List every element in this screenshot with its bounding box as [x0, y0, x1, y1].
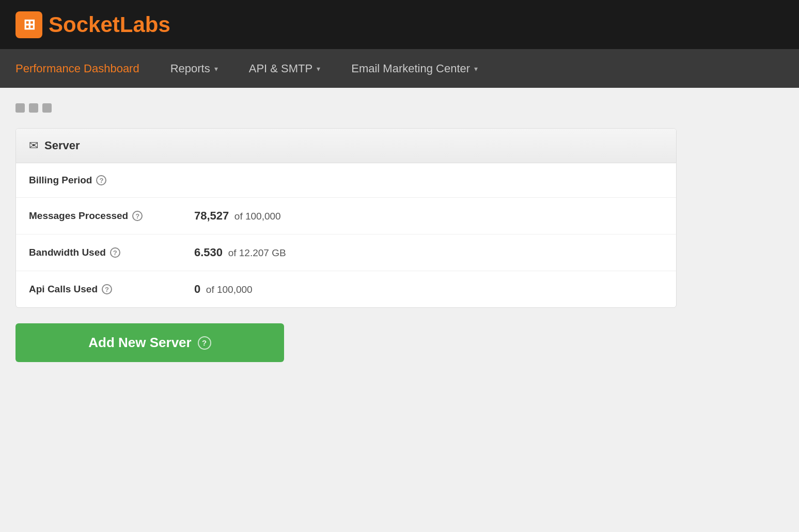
billing-period-text: Billing Period	[29, 175, 92, 186]
nav-label: Performance Dashboard	[15, 62, 139, 75]
main-content: ✉ Server Billing Period ? Messages Proce…	[0, 88, 799, 378]
billing-period-label: Billing Period ?	[29, 175, 194, 186]
nav-item-email-marketing-center[interactable]: Email Marketing Center ▾	[336, 49, 493, 88]
nav-item-performance-dashboard[interactable]: Performance Dashboard	[0, 49, 155, 88]
api-calls-used-value: 0 of 100,000	[194, 283, 253, 296]
messages-processed-text: Messages Processed	[29, 210, 128, 222]
messages-processed-value: 78,527 of 100,000	[194, 209, 281, 223]
messages-processed-label: Messages Processed ?	[29, 210, 194, 222]
logo-text-orange: Labs	[120, 12, 170, 37]
server-card-title: Server	[44, 139, 80, 152]
logo-text-white: Socket	[49, 12, 120, 37]
billing-period-row: Billing Period ?	[16, 163, 676, 198]
messages-processed-number: 78,527	[194, 209, 229, 222]
api-calls-used-number: 0	[194, 283, 200, 295]
server-card-body: Billing Period ? Messages Processed ? 78…	[16, 163, 676, 307]
nav-bar: Performance Dashboard Reports ▾ API & SM…	[0, 49, 799, 88]
bandwidth-used-value: 6.530 of 12.207 GB	[194, 246, 286, 259]
messages-processed-suffix: of 100,000	[234, 211, 281, 222]
api-calls-used-row: Api Calls Used ? 0 of 100,000	[16, 271, 676, 307]
api-calls-used-label: Api Calls Used ?	[29, 284, 194, 295]
chevron-down-icon: ▾	[474, 65, 478, 73]
nav-label: API & SMTP	[249, 62, 312, 75]
add-new-server-label: Add New Server	[88, 335, 191, 351]
nav-label: Reports	[170, 62, 210, 75]
nav-item-api-smtp[interactable]: API & SMTP ▾	[233, 49, 336, 88]
bandwidth-used-suffix: of 12.207 GB	[228, 247, 286, 258]
envelope-icon: ✉	[29, 139, 38, 152]
top-bar: ⊞ SocketLabs	[0, 0, 799, 49]
api-calls-used-text: Api Calls Used	[29, 284, 98, 295]
nav-item-reports[interactable]: Reports ▾	[155, 49, 233, 88]
chevron-down-icon: ▾	[214, 65, 218, 73]
server-card-header: ✉ Server	[16, 129, 676, 163]
breadcrumb-dot	[29, 103, 38, 113]
server-card: ✉ Server Billing Period ? Messages Proce…	[15, 128, 677, 308]
breadcrumb-dot	[15, 103, 25, 113]
chevron-down-icon: ▾	[317, 65, 320, 73]
nav-label: Email Marketing Center	[351, 62, 470, 75]
add-server-help-icon: ?	[198, 336, 211, 350]
messages-processed-row: Messages Processed ? 78,527 of 100,000	[16, 198, 676, 234]
bandwidth-used-label: Bandwidth Used ?	[29, 247, 194, 258]
add-new-server-button[interactable]: Add New Server ?	[15, 323, 284, 362]
breadcrumb	[15, 103, 784, 113]
breadcrumb-dot	[42, 103, 52, 113]
billing-period-help-icon[interactable]: ?	[96, 175, 106, 185]
api-calls-used-suffix: of 100,000	[206, 284, 253, 295]
api-calls-used-help-icon[interactable]: ?	[102, 284, 112, 294]
messages-processed-help-icon[interactable]: ?	[132, 211, 143, 221]
logo: ⊞ SocketLabs	[15, 11, 170, 38]
logo-icon: ⊞	[15, 11, 42, 38]
bandwidth-used-text: Bandwidth Used	[29, 247, 106, 258]
logo-text: SocketLabs	[49, 12, 170, 37]
bandwidth-used-number: 6.530	[194, 246, 223, 259]
bandwidth-used-row: Bandwidth Used ? 6.530 of 12.207 GB	[16, 234, 676, 271]
bandwidth-used-help-icon[interactable]: ?	[110, 247, 120, 258]
